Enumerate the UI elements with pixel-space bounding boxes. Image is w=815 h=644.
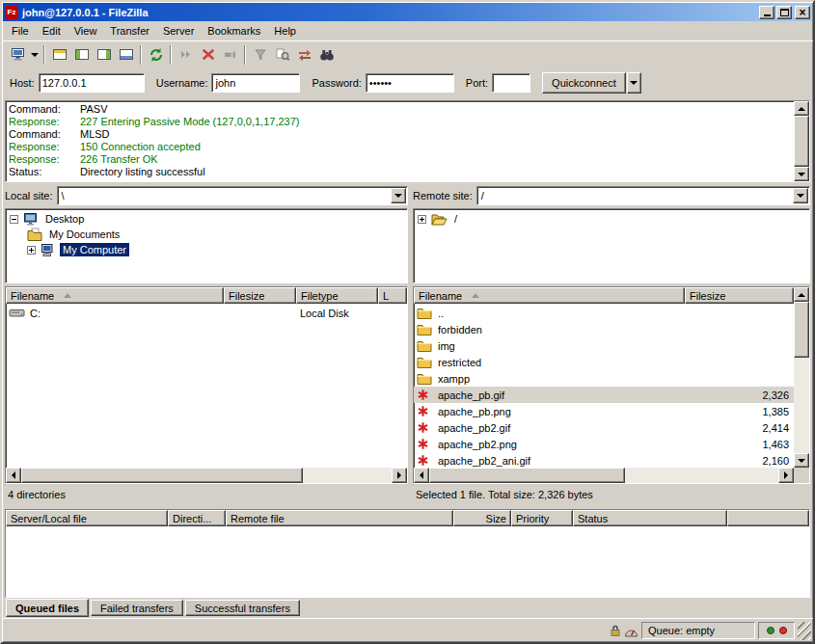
menu-item[interactable]: View: [68, 23, 104, 39]
file-row[interactable]: forbidden: [414, 321, 794, 337]
directory-comparison-button[interactable]: [271, 44, 293, 66]
menu-item[interactable]: Transfer: [103, 23, 156, 39]
file-row[interactable]: xampp: [414, 370, 794, 387]
scroll-down-button[interactable]: [794, 167, 809, 181]
tree-item-label[interactable]: My Computer: [60, 243, 129, 256]
scroll-track[interactable]: [794, 358, 809, 453]
tree-item[interactable]: /: [415, 211, 808, 227]
scroll-track[interactable]: [303, 468, 392, 483]
file-row[interactable]: apache_pb2.gif 2,414: [414, 419, 794, 436]
menu-item[interactable]: Help: [267, 23, 303, 39]
scroll-left-button[interactable]: [414, 468, 429, 483]
port-input[interactable]: [492, 73, 530, 93]
resize-grip[interactable]: [798, 622, 811, 640]
file-row[interactable]: apache_pb.gif 2,326: [414, 387, 794, 403]
scroll-right-button[interactable]: [778, 468, 794, 483]
column-header[interactable]: Filename: [414, 287, 685, 304]
tree-expander-icon[interactable]: [418, 215, 426, 224]
cancel-button[interactable]: [197, 44, 219, 66]
tree-item-label[interactable]: My Documents: [46, 228, 122, 241]
process-queue-button[interactable]: [175, 44, 197, 66]
quickconnect-button[interactable]: Quickconnect: [542, 72, 626, 94]
log-line-type: Response:: [9, 141, 80, 153]
remote-site-combo[interactable]: /: [476, 186, 810, 205]
scroll-thumb[interactable]: [429, 468, 625, 483]
log-scrollbar[interactable]: [794, 101, 809, 181]
remote-horizontal-scrollbar[interactable]: [414, 468, 794, 483]
tree-item[interactable]: My Documents: [7, 227, 406, 242]
quickconnect-dropdown-button[interactable]: [627, 72, 641, 94]
filezilla-logo-icon[interactable]: Fz: [5, 6, 18, 19]
minimize-button[interactable]: [759, 6, 774, 19]
queue-tab[interactable]: Queued files: [6, 599, 89, 617]
remote-site-label: Remote site:: [413, 190, 473, 201]
encryption-status-icon[interactable]: [610, 624, 621, 637]
column-header[interactable]: Directi...: [168, 510, 226, 526]
file-row[interactable]: apache_pb2.png 1,463: [414, 436, 794, 452]
queue-tab[interactable]: Successful transfers: [185, 600, 300, 616]
filename-filters-button[interactable]: [249, 44, 271, 66]
remote-vertical-scrollbar[interactable]: [794, 287, 809, 483]
column-header[interactable]: Status: [573, 510, 727, 526]
tree-item-label[interactable]: /: [451, 212, 460, 226]
toggle-local-tree-button[interactable]: [70, 44, 93, 66]
menu-item[interactable]: Bookmarks: [201, 23, 267, 39]
file-row[interactable]: apache_pb2_ani.gif 2,160: [414, 452, 794, 468]
synchronized-browsing-button[interactable]: [293, 44, 315, 66]
column-header[interactable]: L: [378, 287, 407, 304]
local-site-combo[interactable]: \: [57, 186, 408, 205]
file-row[interactable]: apache_pb.png 1,385: [414, 403, 794, 419]
speed-limits-icon[interactable]: [624, 625, 638, 637]
column-header[interactable]: Filesize: [685, 287, 794, 304]
toggle-message-log-button[interactable]: [48, 44, 70, 66]
column-header[interactable]: Remote file: [226, 510, 453, 526]
tree-item-label[interactable]: Desktop: [42, 212, 87, 226]
menu-item[interactable]: Edit: [36, 23, 68, 39]
scroll-thumb[interactable]: [794, 116, 809, 167]
site-manager-dropdown-button[interactable]: [29, 44, 41, 66]
tree-expander-icon[interactable]: [27, 246, 36, 255]
column-header[interactable]: Filename: [6, 287, 224, 304]
site-manager-button[interactable]: [7, 44, 29, 66]
tree-item[interactable]: Desktop: [7, 211, 406, 227]
dropdown-arrow-button[interactable]: [391, 188, 406, 203]
toggle-transfer-queue-button[interactable]: [115, 44, 137, 66]
disconnect-button[interactable]: [219, 44, 241, 66]
file-row[interactable]: restricted: [414, 354, 794, 370]
scroll-left-button[interactable]: [6, 468, 21, 483]
scroll-thumb[interactable]: [21, 468, 303, 483]
local-site-label: Local site:: [5, 190, 53, 201]
maximize-button[interactable]: [776, 6, 792, 19]
username-input[interactable]: [211, 73, 300, 93]
scroll-down-button[interactable]: [794, 453, 809, 468]
scroll-track[interactable]: [625, 468, 778, 483]
log-line-text: Directory listing successful: [80, 166, 205, 178]
file-row[interactable]: img: [414, 337, 794, 354]
scroll-up-button[interactable]: [794, 101, 809, 116]
tree-expander-icon[interactable]: [10, 215, 18, 224]
tree-item[interactable]: My Computer: [7, 242, 406, 257]
file-row[interactable]: ..: [414, 305, 794, 321]
column-header[interactable]: Size: [453, 510, 511, 526]
find-files-button[interactable]: [315, 44, 338, 66]
host-input[interactable]: [39, 73, 145, 93]
close-button[interactable]: [795, 6, 810, 19]
file-size: 2,160: [685, 455, 794, 467]
scroll-up-button[interactable]: [794, 287, 809, 302]
local-horizontal-scrollbar[interactable]: [6, 468, 407, 483]
queue-tab[interactable]: Failed transfers: [91, 600, 183, 616]
toggle-remote-tree-button[interactable]: [93, 44, 115, 66]
column-header[interactable]: Server/Local file: [6, 510, 168, 526]
scroll-thumb[interactable]: [794, 302, 809, 358]
sync-browsing-icon: [297, 47, 312, 62]
password-input[interactable]: [366, 73, 454, 93]
scroll-right-button[interactable]: [392, 468, 407, 483]
menu-item[interactable]: Server: [156, 23, 201, 39]
refresh-button[interactable]: [145, 44, 167, 66]
menu-item[interactable]: File: [5, 23, 36, 39]
dropdown-arrow-button[interactable]: [793, 188, 808, 203]
column-header[interactable]: Priority: [511, 510, 573, 526]
column-header[interactable]: Filesize: [224, 287, 296, 304]
column-header[interactable]: Filetype: [296, 287, 378, 304]
file-row[interactable]: C: Local Disk: [6, 305, 407, 321]
